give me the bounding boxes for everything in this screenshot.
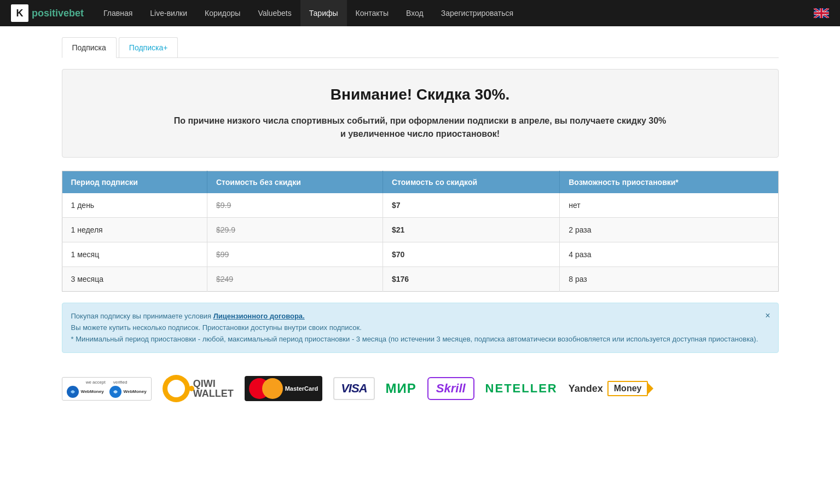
pause-3months: 8 раз xyxy=(560,267,778,292)
logo-text: positivebet xyxy=(32,8,84,19)
wm-accept-text: we accept xyxy=(86,380,106,385)
logo[interactable]: K positivebet xyxy=(11,4,84,22)
col-pause: Возможность приостановки* xyxy=(560,171,778,194)
nav-login[interactable]: Вход xyxy=(397,0,432,26)
wm-icon-1 xyxy=(67,386,79,398)
price-1week-discount: $21 xyxy=(383,218,559,242)
info-text-line2: Вы можете купить несколько подписок. При… xyxy=(71,323,362,332)
qiwi-icon xyxy=(163,375,190,402)
table-row: 1 день $9.9 $7 нет xyxy=(62,193,778,218)
table-row: 3 месяца $249 $176 8 раз xyxy=(62,267,778,292)
mastercard-logo: MasterCard xyxy=(245,376,323,401)
info-text-pre: Покупая подписку вы принимаете условия xyxy=(71,312,213,320)
mc-orange-circle xyxy=(262,378,283,399)
col-period: Период подписки xyxy=(62,171,207,194)
info-close-button[interactable]: × xyxy=(765,309,770,323)
mir-logo: МИР xyxy=(386,381,416,396)
wm-label1: WebMoney xyxy=(81,389,104,395)
payment-logos: we accept verified WebMoney WebMoney xyxy=(62,369,779,419)
neteller-logo: NETELLER xyxy=(485,381,558,396)
nav-tariffs[interactable]: Тарифы xyxy=(300,0,347,26)
wm-icon-2 xyxy=(109,386,121,398)
nav-contacts[interactable]: Контакты xyxy=(347,0,397,26)
period-1month: 1 месяц xyxy=(62,242,207,267)
nav-corridors[interactable]: Коридоры xyxy=(196,0,249,26)
pause-1month: 4 раза xyxy=(560,242,778,267)
price-1month-original: $99 xyxy=(207,242,383,267)
price-1day-original: $9.9 xyxy=(207,193,383,218)
money-badge: Money xyxy=(607,381,648,396)
pause-1week: 2 раза xyxy=(560,218,778,242)
info-box: Покупая подписку вы принимаете условия Л… xyxy=(62,303,779,353)
navbar: K positivebet Главная Live-вилки Коридор… xyxy=(0,0,840,26)
wm-verified-text: verified xyxy=(113,380,128,385)
webmoney-logo: we accept verified WebMoney WebMoney xyxy=(62,377,152,401)
nav-register[interactable]: Зарегистрироваться xyxy=(432,0,522,26)
table-row: 1 неделя $29.9 $21 2 раза xyxy=(62,218,778,242)
yandex-money-logo: Yandex Money xyxy=(569,381,648,396)
nav-links: Главная Live-вилки Коридоры Valuebets Та… xyxy=(95,0,814,26)
col-original: Стоимость без скидки xyxy=(207,171,383,194)
wm-label2: WebMoney xyxy=(124,389,147,395)
nav-home[interactable]: Главная xyxy=(95,0,141,26)
qiwi-text: QIWI WALLET xyxy=(193,379,234,398)
price-1week-original: $29.9 xyxy=(207,218,383,242)
nav-live[interactable]: Live-вилки xyxy=(141,0,196,26)
logo-icon: K xyxy=(11,4,28,22)
table-row: 1 месяц $99 $70 4 раза xyxy=(62,242,778,267)
col-discounted: Стоимость со скидкой xyxy=(383,171,559,194)
tab-subscription[interactable]: Подписка xyxy=(62,37,117,58)
promo-title: Внимание! Скидка 30%. xyxy=(84,86,756,103)
nav-valuebets[interactable]: Valuebets xyxy=(249,0,300,26)
skrill-logo: Skrill xyxy=(427,377,474,400)
license-link[interactable]: Лицензионного договора. xyxy=(213,312,305,320)
pricing-table: Период подписки Стоимость без скидки Сто… xyxy=(62,171,779,292)
period-3months: 3 месяца xyxy=(62,267,207,292)
flag-icon[interactable] xyxy=(814,8,829,18)
qiwi-logo: QIWI WALLET xyxy=(163,375,234,402)
tabs-bar: Подписка Подписка+ xyxy=(62,37,779,58)
tab-subscription-plus[interactable]: Подписка+ xyxy=(119,37,178,57)
visa-logo: VISA xyxy=(333,377,374,400)
price-3months-discount: $176 xyxy=(383,267,559,292)
yandex-text: Yandex xyxy=(569,383,603,395)
promo-box: Внимание! Скидка 30%. По причине низкого… xyxy=(62,69,779,158)
info-text-line3: * Минимальный период приостановки - любо… xyxy=(71,335,758,343)
period-1week: 1 неделя xyxy=(62,218,207,242)
mc-text: MasterCard xyxy=(285,385,318,392)
period-1day: 1 день xyxy=(62,193,207,218)
pause-1day: нет xyxy=(560,193,778,218)
price-1month-discount: $70 xyxy=(383,242,559,267)
page-content: Подписка Подписка+ Внимание! Скидка 30%.… xyxy=(45,26,795,430)
promo-text: По причине низкого числа спортивных собы… xyxy=(174,114,667,141)
nav-right xyxy=(814,8,829,18)
price-3months-original: $249 xyxy=(207,267,383,292)
price-1day-discount: $7 xyxy=(383,193,559,218)
